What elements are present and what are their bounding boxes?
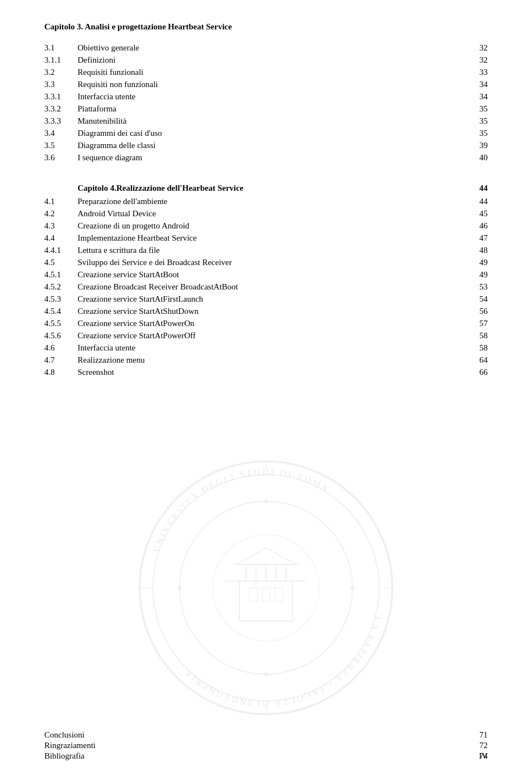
- toc-label: Requisiti non funzionali: [78, 78, 460, 90]
- toc-row: 4.6 Interfaccia utente 58: [44, 342, 488, 354]
- toc-label: Definizioni: [78, 54, 460, 66]
- toc-num: 4.5.5: [44, 317, 78, 329]
- toc-row: 4.5.6 Creazione service StartAtPowerOff …: [44, 329, 488, 342]
- toc-num: 4.5.6: [44, 329, 78, 342]
- toc-num: 3.3.3: [44, 115, 78, 127]
- toc-page: 53: [460, 281, 488, 293]
- footer-section: Conclusioni 71 Ringraziamenti 72 Bibliog…: [44, 730, 488, 761]
- toc-num: 4.6: [44, 342, 78, 354]
- toc-page: 46: [460, 220, 488, 232]
- toc-page: 39: [460, 139, 488, 151]
- toc-row: 4.5.5 Creazione service StartAtPowerOn 5…: [44, 317, 488, 329]
- toc-row: 3.6 I sequence diagram 40: [44, 151, 488, 164]
- toc-row: 3.5 Diagramma delle classi 39: [44, 139, 488, 151]
- toc-label: Manutenibilità: [78, 115, 460, 127]
- svg-rect-9: [262, 588, 270, 601]
- toc-row: 3.1.1 Definizioni 32: [44, 54, 488, 66]
- svg-point-1: [153, 475, 379, 701]
- toc-num: 4.4.1: [44, 244, 78, 256]
- toc-page: 49: [460, 268, 488, 281]
- toc-row: 3.1 Obiettivo generale 32: [44, 42, 488, 54]
- footer-items: Conclusioni 71 Ringraziamenti 72 Bibliog…: [44, 730, 488, 761]
- toc-page: 58: [460, 342, 488, 354]
- toc-num: 3.5: [44, 139, 78, 151]
- toc-page: 35: [460, 127, 488, 139]
- toc-label: Preparazione dell'ambiente: [78, 195, 460, 207]
- toc-num: 3.1: [44, 42, 78, 54]
- toc-page: 34: [460, 78, 488, 90]
- toc-label: Creazione service StartAtShutDown: [78, 305, 460, 317]
- watermark-svg: UNIVERSITÀ DEGLI STUDI DI ROMA LA SAPIEN…: [133, 455, 399, 721]
- page: Capitolo 3. Analisi e progettazione Hear…: [0, 0, 532, 783]
- svg-rect-8: [275, 588, 283, 601]
- toc-page: 32: [460, 54, 488, 66]
- toc-row: 4.5.3 Creazione service StartAtFirstLaun…: [44, 293, 488, 305]
- toc-page: 54: [460, 293, 488, 305]
- toc-page: 57: [460, 317, 488, 329]
- toc-page: 33: [460, 66, 488, 78]
- svg-point-20: [177, 586, 181, 589]
- toc-num: 4.8: [44, 366, 78, 378]
- toc-num: 4.2: [44, 207, 78, 220]
- svg-point-18: [264, 499, 268, 503]
- gap-row: [44, 164, 488, 176]
- toc-num: 3.1.1: [44, 54, 78, 66]
- toc-row: 4.1 Preparazione dell'ambiente 44: [44, 195, 488, 207]
- toc-num: 4.1: [44, 195, 78, 207]
- toc-label: Sviluppo dei Service e dei Broadcast Rec…: [78, 256, 460, 268]
- chapter4-title-text: Capitolo 4.Realizzazione dell'Hearbeat S…: [78, 184, 243, 192]
- toc-row: 3.4 Diagrammi dei casi d'uso 35: [44, 127, 488, 139]
- toc-page: 44: [460, 195, 488, 207]
- svg-rect-7: [249, 588, 257, 601]
- toc-num: 4.5.4: [44, 305, 78, 317]
- svg-point-19: [264, 672, 268, 676]
- toc-row: 3.3.2 Piattaforma 35: [44, 103, 488, 115]
- toc-num: 3.3: [44, 78, 78, 90]
- toc-num: 3.4: [44, 127, 78, 139]
- svg-point-0: [140, 461, 392, 714]
- footer-row: Conclusioni 71: [44, 730, 488, 740]
- toc-label: Creazione service StartAtPowerOff: [78, 329, 460, 342]
- page-indicator: IV: [479, 751, 488, 761]
- toc-row: 4.4 Implementazione Heartbeat Service 47: [44, 232, 488, 244]
- toc-num: 3.2: [44, 66, 78, 78]
- toc-row: 4.8 Screenshot 66: [44, 366, 488, 378]
- toc-label: Interfaccia utente: [78, 90, 460, 103]
- toc-num: 4.4: [44, 232, 78, 244]
- toc-row: 4.5.1 Creazione service StartAtBoot 49: [44, 268, 488, 281]
- toc-num: 4.5.1: [44, 268, 78, 281]
- toc-row: 4.5.2 Creazione Broadcast Receiver Broad…: [44, 281, 488, 293]
- chapter4-title-page: 44: [460, 176, 488, 195]
- toc-num: 4.5.3: [44, 293, 78, 305]
- toc-num: 4.5.2: [44, 281, 78, 293]
- toc-label: Creazione service StartAtPowerOn: [78, 317, 460, 329]
- toc-label: Diagramma delle classi: [78, 139, 460, 151]
- footer-label: Ringraziamenti: [44, 741, 95, 750]
- toc-row: 4.2 Android Virtual Device 45: [44, 207, 488, 220]
- toc-row: 3.3.1 Interfaccia utente 34: [44, 90, 488, 103]
- chapter4-num: [44, 176, 78, 195]
- watermark: UNIVERSITÀ DEGLI STUDI DI ROMA LA SAPIEN…: [133, 455, 399, 721]
- toc-row: 4.5.4 Creazione service StartAtShutDown …: [44, 305, 488, 317]
- toc-page: 32: [460, 42, 488, 54]
- toc-label: Creazione service StartAtBoot: [78, 268, 460, 281]
- toc-label: Diagrammi dei casi d'uso: [78, 127, 460, 139]
- toc-label: I sequence diagram: [78, 151, 460, 164]
- toc-row: 3.3.3 Manutenibilità 35: [44, 115, 488, 127]
- toc-page: 49: [460, 256, 488, 268]
- toc-row: 4.3 Creazione di un progetto Android 46: [44, 220, 488, 232]
- toc-chapter3-body: 3.1 Obiettivo generale 32 3.1.1 Definizi…: [44, 42, 488, 164]
- toc-num: 4.3: [44, 220, 78, 232]
- toc-num: 3.3.1: [44, 90, 78, 103]
- footer-page: 71: [479, 730, 488, 740]
- footer-label: Bibliografia: [44, 751, 84, 761]
- toc-row: 3.2 Requisiti funzionali 33: [44, 66, 488, 78]
- toc-page: 66: [460, 366, 488, 378]
- toc-page: 34: [460, 90, 488, 103]
- toc-row: 4.4.1 Lettura e scrittura da file 48: [44, 244, 488, 256]
- svg-text:UNIVERSITÀ DEGLI STUDI DI ROMA: UNIVERSITÀ DEGLI STUDI DI ROMA: [151, 467, 331, 553]
- chapter3-heading: Capitolo 3. Analisi e progettazione Hear…: [44, 22, 488, 32]
- toc-label: Lettura e scrittura da file: [78, 244, 460, 256]
- toc-table: 3.1 Obiettivo generale 32 3.1.1 Definizi…: [44, 42, 488, 378]
- toc-label: Implementazione Heartbeat Service: [78, 232, 460, 244]
